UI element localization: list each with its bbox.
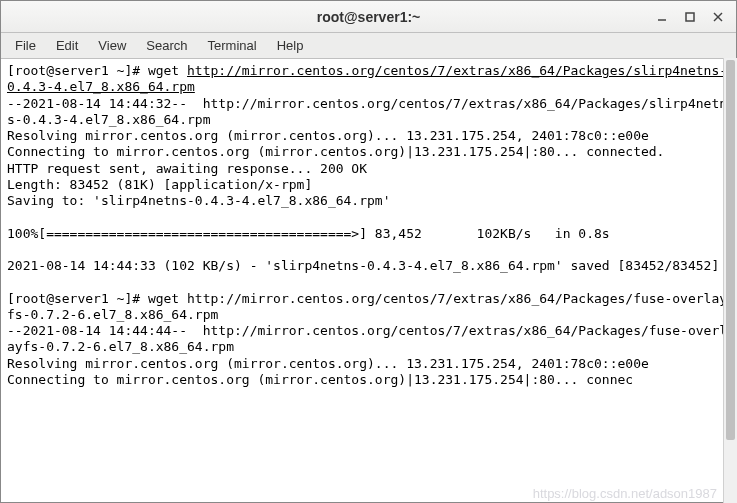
scrollbar[interactable]	[723, 58, 737, 503]
menu-edit[interactable]: Edit	[46, 35, 88, 56]
maximize-button[interactable]	[676, 5, 704, 29]
output-line: Length: 83452 (81K) [application/x-rpm]	[7, 177, 312, 192]
output-line: Connecting to mirror.centos.org (mirror.…	[7, 144, 664, 159]
output-line: Resolving mirror.centos.org (mirror.cent…	[7, 128, 649, 143]
window-title: root@server1:~	[317, 9, 421, 25]
minimize-button[interactable]	[648, 5, 676, 29]
menu-search[interactable]: Search	[136, 35, 197, 56]
progress-bar: 100%[===================================…	[7, 226, 610, 241]
output-line: HTTP request sent, awaiting response... …	[7, 161, 367, 176]
output-line: --2021-08-14 14:44:32-- http://mirror.ce…	[7, 96, 727, 127]
menubar: File Edit View Search Terminal Help	[1, 33, 736, 59]
menu-file[interactable]: File	[5, 35, 46, 56]
output-line: Resolving mirror.centos.org (mirror.cent…	[7, 356, 649, 371]
command-text: wget	[148, 63, 187, 78]
output-line: --2021-08-14 14:44:44-- http://mirror.ce…	[7, 323, 727, 354]
titlebar: root@server1:~	[1, 1, 736, 33]
prompt: [root@server1 ~]#	[7, 291, 148, 306]
prompt: [root@server1 ~]#	[7, 63, 148, 78]
output-line: Saving to: 'slirp4netns-0.4.3-4.el7_8.x8…	[7, 193, 391, 208]
svg-rect-1	[686, 13, 694, 21]
menu-help[interactable]: Help	[267, 35, 314, 56]
window-controls	[648, 1, 732, 32]
close-button[interactable]	[704, 5, 732, 29]
menu-terminal[interactable]: Terminal	[198, 35, 267, 56]
menu-view[interactable]: View	[88, 35, 136, 56]
scrollbar-thumb[interactable]	[726, 60, 735, 440]
output-line: 2021-08-14 14:44:33 (102 KB/s) - 'slirp4…	[7, 258, 719, 273]
output-line: Connecting to mirror.centos.org (mirror.…	[7, 372, 633, 387]
terminal-content[interactable]: [root@server1 ~]# wget http://mirror.cen…	[1, 59, 736, 502]
